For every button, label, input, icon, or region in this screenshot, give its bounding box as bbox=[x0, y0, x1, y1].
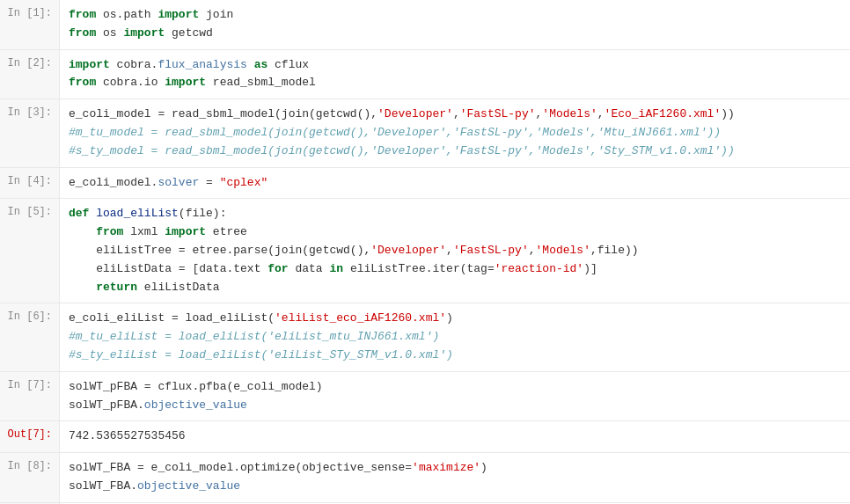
input-cell[interactable]: In [8]:solWT_FBA = e_coli_model.optimize… bbox=[0, 453, 850, 503]
code-line: from lxml import etree bbox=[69, 223, 841, 242]
code-line: e_coli_model = read_sbml_model(join(getc… bbox=[69, 106, 841, 124]
input-cell[interactable]: In [7]:solWT_pFBA = cflux.pfba(e_coli_mo… bbox=[0, 372, 850, 422]
input-cell[interactable]: In [3]:e_coli_model = read_sbml_model(jo… bbox=[0, 99, 850, 167]
cell-label: Out[7]: bbox=[0, 421, 60, 452]
code-line: from os.path import join bbox=[69, 6, 841, 25]
input-cell[interactable]: In [1]:from os.path import joinfrom os i… bbox=[0, 0, 850, 50]
cell-content[interactable]: e_coli_eliList = load_eliList('eliList_e… bbox=[60, 303, 850, 370]
cell-label: In [6]: bbox=[0, 303, 60, 370]
code-line: solWT_FBA = e_coli_model.optimize(object… bbox=[69, 459, 841, 478]
code-line: def load_eliList(file): bbox=[69, 205, 841, 223]
cell-label: In [2]: bbox=[0, 50, 60, 99]
cell-label: In [8]: bbox=[0, 453, 60, 502]
cell-label: In [1]: bbox=[0, 0, 60, 49]
cell-label: In [5]: bbox=[0, 199, 60, 303]
code-line: #m_tu_model = read_sbml_model(join(getcw… bbox=[69, 124, 841, 142]
code-line: eliListTree = etree.parse(join(getcwd(),… bbox=[69, 242, 841, 260]
code-line: #s_ty_model = read_sbml_model(join(getcw… bbox=[69, 142, 841, 161]
input-cell[interactable]: In [2]:import cobra.flux_analysis as cfl… bbox=[0, 50, 850, 100]
cell-content[interactable]: solWT_pFBA = cflux.pfba(e_coli_model)sol… bbox=[60, 372, 850, 421]
code-line: e_coli_model.solver = "cplex" bbox=[69, 174, 841, 193]
cell-content[interactable]: solWT_FBA = e_coli_model.optimize(object… bbox=[60, 453, 850, 502]
code-line: 742.5365527535456 bbox=[69, 427, 841, 446]
cell-label: In [4]: bbox=[0, 168, 60, 199]
code-line: import cobra.flux_analysis as cflux bbox=[69, 56, 841, 75]
notebook: In [1]:from os.path import joinfrom os i… bbox=[0, 0, 850, 504]
code-line: from os import getcwd bbox=[69, 25, 841, 43]
cell-label: In [3]: bbox=[0, 99, 60, 166]
code-line: e_coli_eliList = load_eliList('eliList_e… bbox=[69, 310, 841, 328]
code-line: solWT_pFBA = cflux.pfba(e_coli_model) bbox=[69, 378, 841, 397]
input-cell[interactable]: In [6]:e_coli_eliList = load_eliList('el… bbox=[0, 303, 850, 371]
code-line: solWT_FBA.objective_value bbox=[69, 478, 841, 496]
cell-content[interactable]: import cobra.flux_analysis as cfluxfrom … bbox=[60, 50, 850, 99]
cell-content[interactable]: e_coli_model.solver = "cplex" bbox=[60, 168, 850, 199]
input-cell[interactable]: In [5]:def load_eliList(file): from lxml… bbox=[0, 199, 850, 303]
input-cell[interactable]: In [4]:e_coli_model.solver = "cplex" bbox=[0, 168, 850, 200]
cell-content[interactable]: e_coli_model = read_sbml_model(join(getc… bbox=[60, 99, 850, 166]
cell-label: In [7]: bbox=[0, 372, 60, 421]
code-line: return eliListData bbox=[69, 279, 841, 297]
code-line: eliListData = [data.text for data in eli… bbox=[69, 260, 841, 279]
code-line: #s_ty_eliList = load_eliList('eliList_ST… bbox=[69, 347, 841, 365]
code-line: #m_tu_eliList = load_eliList('eliList_mt… bbox=[69, 328, 841, 347]
output-cell: Out[7]:742.5365527535456 bbox=[0, 421, 850, 453]
cell-content[interactable]: from os.path import joinfrom os import g… bbox=[60, 0, 850, 49]
code-line: solWT_pFBA.objective_value bbox=[69, 397, 841, 415]
cell-content: 742.5365527535456 bbox=[60, 421, 850, 452]
cell-content[interactable]: def load_eliList(file): from lxml import… bbox=[60, 199, 850, 303]
code-line: from cobra.io import read_sbml_model bbox=[69, 74, 841, 92]
